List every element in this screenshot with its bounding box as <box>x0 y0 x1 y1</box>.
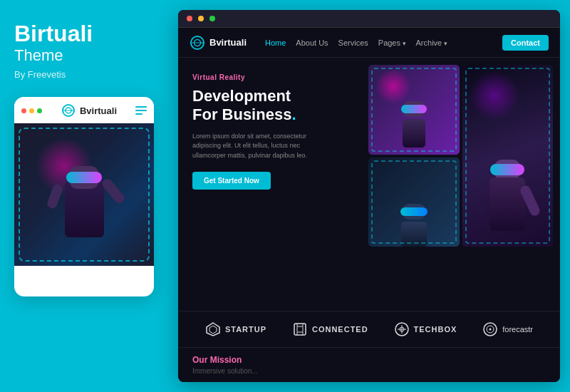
mission-title: Our Mission <box>192 355 546 365</box>
browser-dot-yellow <box>198 16 204 21</box>
mobile-logo-icon <box>61 103 76 118</box>
startup-label: STARTUP <box>225 325 266 334</box>
svg-marker-7 <box>209 326 217 334</box>
nav-link-services[interactable]: Services <box>338 38 368 47</box>
hero-images-grid <box>361 58 560 254</box>
nav-logo-icon <box>190 35 205 51</box>
nav-link-pages[interactable]: Pages <box>378 38 406 47</box>
hero-title-dot: . <box>291 105 296 123</box>
mobile-mockup: Bvirtuali <box>14 97 154 296</box>
menu-line-1 <box>135 106 147 108</box>
nav-link-about[interactable]: About Us <box>296 38 328 47</box>
browser-chrome <box>178 10 560 28</box>
mobile-menu-icon[interactable] <box>135 106 147 115</box>
browser-dot-green <box>209 16 215 21</box>
mobile-dot-yellow <box>29 108 34 113</box>
browser-dot-red <box>187 16 192 21</box>
hero-image-3 <box>368 158 459 247</box>
menu-line-2 <box>135 110 147 111</box>
brand-techbox: TECHBOX <box>394 321 457 337</box>
mission-strip: Our Mission Immersive solution... <box>178 347 560 382</box>
nav-logo: Bvirtuali <box>190 35 247 51</box>
svg-point-20 <box>489 329 492 331</box>
nav-link-archive[interactable]: Archive <box>416 38 447 47</box>
desktop-mockup: Bvirtuali Home About Us Services Pages A… <box>178 10 560 382</box>
mobile-dot-red <box>21 108 26 113</box>
mission-subtitle: Immersive solution... <box>192 367 546 375</box>
desktop-navbar: Bvirtuali Home About Us Services Pages A… <box>178 28 560 58</box>
svg-rect-9 <box>297 326 303 332</box>
mobile-window-dots <box>21 108 42 113</box>
mobile-header: Bvirtuali <box>14 97 154 123</box>
hero-title-line1: Development <box>192 87 291 105</box>
hero-tag: Virtual Reality <box>192 73 347 81</box>
left-panel: Birtuali Theme By Freevetis Bvirtuali <box>0 0 171 392</box>
hero-section: Virtual Reality Development For Business… <box>178 58 560 311</box>
svg-rect-8 <box>294 324 306 335</box>
brand-title: Birtuali <box>14 21 93 46</box>
by-line: By Freevetis <box>14 69 93 80</box>
menu-line-3 <box>135 113 142 115</box>
hero-cta-button[interactable]: Get Started Now <box>192 172 271 190</box>
hero-content: Virtual Reality Development For Business… <box>178 58 361 311</box>
hero-image-1 <box>368 65 459 155</box>
hero-description: Lorem ipsum dolor sit amet, consectetur … <box>192 132 335 161</box>
right-panel: Bvirtuali Home About Us Services Pages A… <box>171 0 570 392</box>
brand-heading: Birtuali Theme By Freevetis <box>14 21 93 97</box>
nav-logo-text: Bvirtuali <box>209 37 247 48</box>
nav-contact-button[interactable]: Contact <box>502 35 549 51</box>
forecastr-label: forecastr <box>502 325 533 334</box>
connected-icon <box>292 321 308 337</box>
brand-connected: CONNECTED <box>292 321 368 337</box>
forecastr-icon <box>482 321 498 337</box>
mobile-logo-text: Bvirtuali <box>80 105 117 116</box>
connected-label: CONNECTED <box>312 325 368 334</box>
brands-strip: STARTUP CONNECTED <box>178 311 560 347</box>
hero-title-line2: For Business <box>192 105 291 123</box>
mobile-logo-row: Bvirtuali <box>61 103 117 118</box>
hero-title: Development For Business. <box>192 87 347 125</box>
brand-forecastr: forecastr <box>482 321 533 337</box>
mobile-dot-green <box>37 108 42 113</box>
techbox-label: TECHBOX <box>414 325 457 334</box>
techbox-icon <box>394 321 410 337</box>
brand-startup: STARTUP <box>205 321 266 337</box>
hero-image-2 <box>462 65 553 247</box>
nav-links: Home About Us Services Pages Archive <box>265 38 491 47</box>
startup-icon <box>205 321 221 337</box>
nav-link-home[interactable]: Home <box>265 38 286 47</box>
brand-subtitle: Theme <box>14 46 93 65</box>
mobile-hero-image <box>14 123 154 266</box>
